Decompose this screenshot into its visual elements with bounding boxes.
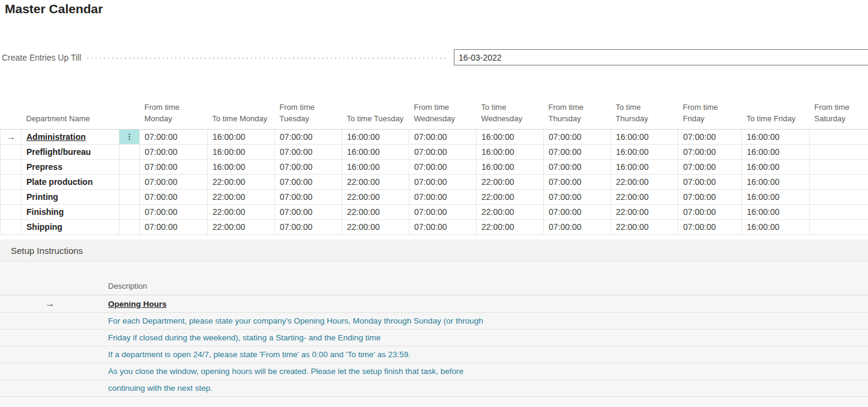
setup-instructions-section-header[interactable]: Setup Instructions [0,240,868,262]
time-cell[interactable]: 07:00:00 [678,189,742,204]
time-cell[interactable]: 07:00:00 [544,219,611,234]
time-cell[interactable]: 07:00:00 [544,174,611,189]
column-header[interactable]: From time Saturday [810,101,868,129]
department-name-cell[interactable]: Printing [22,189,119,204]
time-cell[interactable]: 07:00:00 [275,159,342,174]
time-cell[interactable]: 16:00:00 [742,189,810,204]
time-cell[interactable]: 07:00:00 [140,189,208,204]
department-name-cell[interactable]: Shipping [22,219,119,234]
time-cell[interactable]: 07:00:00 [409,189,477,204]
time-cell[interactable]: 07:00:00 [678,174,742,189]
time-cell[interactable]: 07:00:00 [275,189,342,204]
time-cell[interactable]: 16:00:00 [742,144,810,159]
time-cell[interactable]: 16:00:00 [611,159,678,174]
time-cell[interactable]: 22:00:00 [611,204,678,219]
time-cell[interactable]: 22:00:00 [342,219,409,234]
time-cell[interactable]: 07:00:00 [678,219,742,234]
time-cell[interactable]: 07:00:00 [409,174,477,189]
time-cell[interactable]: 16:00:00 [208,129,275,144]
time-cell[interactable]: 07:00:00 [544,189,611,204]
time-cell[interactable]: 22:00:00 [342,204,409,219]
time-cell[interactable]: 22:00:00 [477,219,544,234]
time-cell[interactable]: 22:00:00 [208,189,275,204]
time-cell[interactable]: 22:00:00 [611,219,678,234]
time-cell[interactable]: 22:00:00 [477,174,544,189]
time-cell[interactable]: 07:00:00 [140,174,208,189]
time-cell[interactable]: 07:00:00 [409,204,477,219]
time-cell[interactable]: 16:00:00 [342,129,409,144]
instruction-row[interactable]: For each Department, please state your c… [0,313,868,330]
time-cell[interactable]: 16:00:00 [208,159,275,174]
department-name-cell[interactable]: Finishing [22,204,119,219]
time-cell[interactable]: 22:00:00 [208,204,275,219]
time-cell[interactable]: 16:00:00 [742,174,810,189]
time-cell[interactable]: 07:00:00 [140,129,208,144]
row-options-menu-button[interactable]: ⋮ [119,129,140,144]
department-name-cell[interactable]: Preflight/bureau [22,144,119,159]
time-cell[interactable]: 16:00:00 [477,144,544,159]
time-cell[interactable]: 16:00:00 [611,144,678,159]
time-cell[interactable]: 16:00:00 [742,129,810,144]
time-cell[interactable]: 22:00:00 [611,174,678,189]
time-cell[interactable]: 07:00:00 [275,144,342,159]
instruction-entry-title[interactable]: Opening Hours [108,300,167,309]
time-cell[interactable]: 16:00:00 [477,159,544,174]
department-name-cell[interactable]: Prepress [22,159,119,174]
column-header[interactable]: To time Monday [208,101,275,129]
time-cell[interactable]: 07:00:00 [678,159,742,174]
column-header[interactable]: To time Tuesday [342,101,409,129]
column-header[interactable]: From time Tuesday [275,101,342,129]
time-cell-saturday[interactable] [810,219,868,234]
time-cell[interactable]: 07:00:00 [678,144,742,159]
column-header[interactable]: To time Wednesday [477,101,544,129]
instruction-row-opening-hours[interactable]: → Opening Hours [0,295,868,313]
time-cell[interactable]: 07:00:00 [544,159,611,174]
column-header[interactable]: From time Thursday [544,101,611,129]
time-cell[interactable]: 22:00:00 [477,189,544,204]
column-header[interactable]: Department Name [22,101,119,129]
time-cell[interactable]: 07:00:00 [544,204,611,219]
department-name-cell[interactable]: Administration [22,129,119,144]
time-cell-saturday[interactable] [810,159,868,174]
department-name-cell[interactable]: Plate production [22,174,119,189]
time-cell[interactable]: 07:00:00 [275,219,342,234]
time-cell[interactable]: 22:00:00 [208,219,275,234]
time-cell[interactable]: 16:00:00 [342,159,409,174]
time-cell[interactable]: 16:00:00 [742,204,810,219]
instruction-row[interactable]: As you close the window, opening hours w… [0,363,868,380]
time-cell[interactable]: 07:00:00 [275,204,342,219]
time-cell-saturday[interactable] [810,144,868,159]
time-cell[interactable]: 07:00:00 [275,129,342,144]
time-cell-saturday[interactable] [810,189,868,204]
time-cell[interactable]: 07:00:00 [409,219,477,234]
time-cell[interactable]: 16:00:00 [342,144,409,159]
instruction-row[interactable]: continuing with the next step. [0,380,868,397]
time-cell[interactable]: 22:00:00 [342,189,409,204]
time-cell[interactable]: 16:00:00 [611,129,678,144]
column-header[interactable]: From time Friday [678,101,742,129]
time-cell[interactable]: 07:00:00 [140,219,208,234]
description-column-header[interactable]: Description [0,262,868,295]
time-cell[interactable]: 22:00:00 [611,189,678,204]
column-header[interactable]: To time Thursday [611,101,678,129]
time-cell[interactable]: 07:00:00 [409,159,477,174]
time-cell[interactable]: 22:00:00 [477,204,544,219]
time-cell[interactable]: 07:00:00 [140,204,208,219]
time-cell[interactable]: 07:00:00 [275,174,342,189]
time-cell[interactable]: 07:00:00 [678,204,742,219]
time-cell[interactable]: 16:00:00 [208,144,275,159]
time-cell[interactable]: 07:00:00 [409,129,477,144]
time-cell[interactable]: 07:00:00 [678,129,742,144]
create-entries-date-input[interactable] [454,49,868,65]
time-cell[interactable]: 22:00:00 [342,174,409,189]
instruction-row[interactable]: If a department is open 24/7, please sta… [0,346,868,363]
column-header[interactable]: From time Monday [140,101,208,129]
time-cell[interactable]: 07:00:00 [140,159,208,174]
time-cell-saturday[interactable] [810,204,868,219]
time-cell[interactable]: 07:00:00 [140,144,208,159]
time-cell-saturday[interactable] [810,174,868,189]
time-cell[interactable]: 22:00:00 [208,174,275,189]
column-header[interactable]: From time Wednesday [409,101,477,129]
time-cell[interactable]: 16:00:00 [742,219,810,234]
time-cell[interactable]: 07:00:00 [544,144,611,159]
